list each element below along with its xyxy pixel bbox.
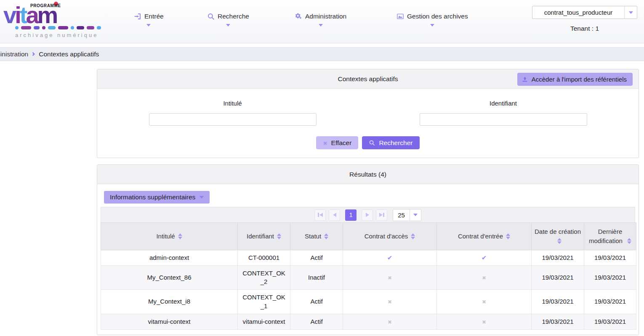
cell-date-creation: 19/03/2021	[532, 250, 584, 265]
first-page-button[interactable]	[314, 209, 326, 221]
search-panel-title: Contextes applicatifs	[338, 75, 398, 83]
column-header-contrat-acces[interactable]: Contrat d'accès	[343, 223, 437, 250]
sort-icon	[627, 238, 631, 244]
cell-date-creation: 19/03/2021	[532, 265, 584, 290]
intitule-input[interactable]	[149, 113, 317, 126]
cell-derniere-modification: 19/03/2021	[584, 290, 636, 314]
column-header-identifiant[interactable]: Identifiant	[238, 223, 290, 250]
x-icon	[388, 298, 392, 305]
breadcrumb-parent[interactable]: Administration	[0, 50, 28, 58]
search-button[interactable]: Rechercher	[362, 136, 419, 149]
check-icon	[387, 254, 393, 261]
pagination: 1 25	[101, 207, 635, 222]
cell-derniere-modification: 19/03/2021	[584, 250, 636, 265]
cell-date-creation: 19/03/2021	[532, 314, 584, 329]
upload-icon	[522, 76, 528, 83]
previous-page-button[interactable]	[329, 209, 340, 221]
search-icon	[369, 140, 375, 146]
contexts-table: Intitulé Identifiant Statut Contrat d'ac…	[101, 222, 636, 330]
table-row[interactable]: My_Context_86 CONTEXT_OK_2 Inactif 19/03…	[101, 265, 636, 290]
page-size-select[interactable]: 25	[393, 209, 421, 221]
chevron-down-icon[interactable]	[410, 209, 421, 221]
next-page-button[interactable]	[362, 209, 373, 221]
identifiant-input[interactable]	[420, 113, 587, 126]
nav-item-recherche[interactable]: Recherche	[207, 13, 249, 26]
cell-identifiant: CONTEXT_OK_1	[238, 290, 290, 314]
cell-derniere-modification: 19/03/2021	[584, 314, 636, 329]
nav-label: Gestion des archives	[407, 13, 468, 20]
previous-page-icon	[333, 213, 336, 217]
nav-item-administration[interactable]: Administration	[295, 13, 346, 26]
cell-contrat-acces	[343, 290, 437, 314]
main-content: Contextes applicatifs Accèder à l'import…	[0, 61, 644, 335]
sort-icon	[178, 233, 182, 239]
nav-item-entree[interactable]: Entrée	[134, 13, 164, 26]
table-row[interactable]: My_Context_i8 CONTEXT_OK_1 Actif 19/03/2…	[101, 290, 636, 314]
identifiant-label: Identifiant	[490, 100, 517, 107]
search-form: Intitulé Identifiant Effacer Reche	[97, 89, 639, 158]
extra-info-button[interactable]: Informations supplémentaires	[104, 191, 210, 204]
cell-statut: Actif	[290, 290, 343, 314]
vitam-logo[interactable]: PROGRAMME vitam archivage numérique	[3, 0, 111, 42]
x-icon	[388, 318, 392, 325]
sort-icon	[411, 233, 415, 239]
search-panel: Contextes applicatifs Accèder à l'import…	[97, 69, 639, 158]
cell-statut: Inactif	[290, 265, 343, 290]
import-referentiels-button[interactable]: Accèder à l'import des référentiels	[517, 73, 633, 86]
column-header-derniere-modification[interactable]: Dernière modification	[584, 223, 636, 250]
table-row[interactable]: vitamui-context vitamui-context Actif 19…	[101, 314, 636, 329]
chevron-down-icon	[200, 196, 204, 198]
x-icon	[482, 274, 486, 281]
table-row[interactable]: admin-context CT-000001 Actif 19/03/2021…	[101, 250, 636, 265]
archives-chart-icon	[397, 13, 404, 20]
results-panel-title: Résultats (4)	[349, 171, 386, 178]
last-page-icon	[379, 213, 383, 217]
import-button-label: Accèder à l'import des référentiels	[532, 76, 627, 83]
sign-in-icon	[134, 13, 141, 20]
search-icon	[207, 13, 215, 20]
cell-contrat-acces	[343, 314, 437, 329]
cell-identifiant: CT-000001	[238, 250, 290, 265]
chevron-down-icon	[226, 24, 230, 26]
sort-icon	[557, 238, 562, 244]
page-size-value: 25	[393, 209, 410, 221]
logo-tagline: archivage numérique	[15, 32, 98, 38]
column-header-contrat-entree[interactable]: Contrat d'entrée	[437, 223, 532, 250]
table-header-row: Intitulé Identifiant Statut Contrat d'ac…	[101, 223, 636, 250]
current-page-indicator[interactable]: 1	[345, 209, 357, 221]
tenant-label: Tenant : 1	[532, 25, 637, 32]
nav-label: Recherche	[218, 13, 249, 20]
cell-date-creation: 19/03/2021	[532, 290, 584, 314]
clear-button[interactable]: Effacer	[316, 136, 358, 149]
column-header-statut[interactable]: Statut	[290, 223, 343, 250]
cell-contrat-acces	[343, 250, 437, 265]
cell-intitule: vitamui-context	[101, 314, 238, 329]
cell-identifiant: CONTEXT_OK_2	[238, 265, 290, 290]
results-panel: Résultats (4) Informations supplémentair…	[97, 164, 639, 335]
field-identifiant: Identifiant	[368, 100, 639, 126]
column-header-date-creation[interactable]: Date de création	[532, 223, 584, 250]
logo-dashes-icon	[15, 26, 101, 29]
sort-icon	[277, 233, 281, 239]
cell-identifiant: vitamui-context	[238, 314, 290, 329]
header-right: contrat_tous_producteur Tenant : 1	[532, 6, 637, 32]
contract-select[interactable]: contrat_tous_producteur	[532, 6, 637, 19]
logo-brand-text: vitam	[3, 3, 56, 27]
cell-contrat-entree	[437, 314, 532, 329]
column-header-intitule[interactable]: Intitulé	[101, 223, 238, 250]
extra-info-button-label: Informations supplémentaires	[110, 193, 195, 201]
x-icon	[388, 274, 392, 281]
results-body: Informations supplémentaires 1 25	[97, 191, 639, 335]
x-icon	[482, 318, 486, 325]
cell-statut: Actif	[290, 314, 343, 329]
cell-intitule: admin-context	[101, 250, 238, 265]
chevron-right-icon	[31, 52, 35, 56]
results-panel-header: Résultats (4)	[97, 165, 639, 184]
gears-icon	[295, 13, 302, 20]
cell-intitule: My_Context_86	[101, 265, 238, 290]
chevron-down-icon[interactable]	[624, 6, 637, 19]
x-icon	[482, 298, 486, 305]
nav-item-gestion-archives[interactable]: Gestion des archives	[397, 13, 468, 26]
clear-button-label: Effacer	[331, 139, 352, 147]
last-page-button[interactable]	[376, 209, 387, 221]
